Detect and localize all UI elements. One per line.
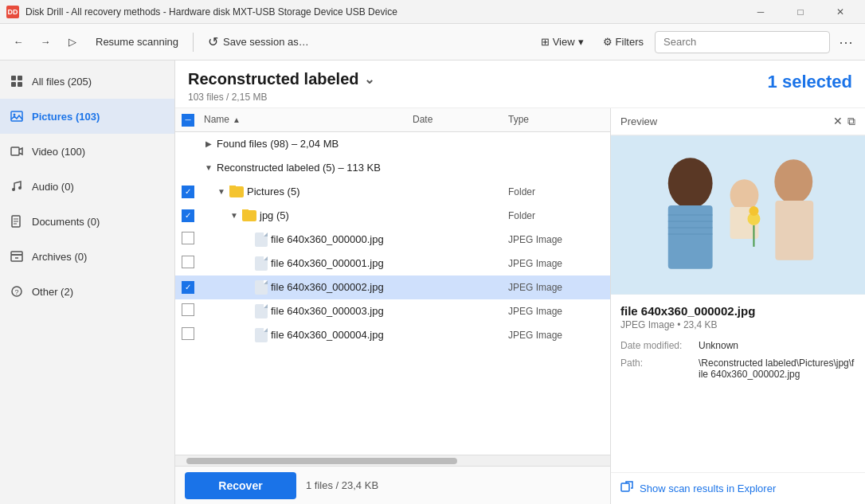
recover-button[interactable]: Recover [185,472,296,499]
row-label: file 640x360_000001.jpg [271,257,384,269]
row-toggle-down-icon[interactable]: ▼ [204,163,213,173]
table-row[interactable]: ▶ file 640x360_000004.jpg JPEG Image [175,323,610,347]
jpeg-file-icon [255,328,268,342]
row-type-col: JPEG Image [508,306,604,317]
jpeg-file-icon [255,256,268,271]
sidebar-item-all-files[interactable]: All files (205) [0,64,174,99]
svg-rect-0 [11,76,16,80]
main-area: All files (205) Pictures (103) Video (10… [0,61,865,504]
row-checkbox[interactable]: ✓ [182,186,194,198]
svg-rect-3 [18,82,22,87]
row-checkbox[interactable] [182,232,194,244]
doc-icon [10,214,24,229]
back-button[interactable]: ← [6,29,30,55]
file-table-header: ─ Name ▲ Date Type [175,108,610,132]
row-name-col: ▼ jpg (5) [229,209,413,221]
table-row[interactable]: ▶ file 640x360_000003.jpg JPEG Image [175,299,610,323]
table-row[interactable]: ▶ file 640x360_000000.jpg JPEG Image [175,228,610,252]
row-checkbox[interactable] [182,303,194,316]
row-checkbox[interactable] [182,327,194,340]
row-name-col: ▶ file 640x360_000000.jpg [242,232,413,247]
jpeg-file-icon [255,304,268,318]
expand-preview-icon[interactable]: ⧉ [847,115,855,128]
titlebar-controls: ─ □ ✕ [742,0,859,24]
row-toggle-down-icon[interactable]: ▼ [217,187,226,197]
row-name-col: ▶ file 640x360_000004.jpg [242,328,413,342]
row-label: file 640x360_000002.jpg [271,281,384,293]
sidebar-item-pictures[interactable]: Pictures (103) [0,99,174,134]
maximize-button[interactable]: □ [782,0,819,24]
more-button[interactable]: ⋯ [833,29,859,55]
table-row[interactable]: ✓ ▼ jpg (5) Folder [175,204,610,228]
row-checkbox[interactable]: ✓ [182,209,194,222]
preview-controls: ✕ ⧉ [833,115,855,128]
bottom-bar: Recover 1 files / 23,4 KB [175,466,610,504]
horizontal-scrollbar[interactable] [175,455,610,466]
jpeg-file-icon [255,280,268,295]
row-checkbox[interactable]: ✓ [182,281,194,294]
preview-header: Preview ✕ ⧉ [611,108,865,135]
minimize-button[interactable]: ─ [742,0,779,24]
row-check-col [182,232,204,247]
row-check-col [182,327,204,342]
sidebar-item-other[interactable]: ? Other (2) [0,274,174,309]
table-row[interactable]: ✓ ▶ file 640x360_000002.jpg JPEG Image [175,275,610,299]
row-type-col: JPEG Image [508,258,604,269]
sidebar: All files (205) Pictures (103) Video (10… [0,61,175,504]
svg-rect-2 [11,82,16,87]
sidebar-item-video[interactable]: Video (100) [0,134,174,169]
view-button[interactable]: ⊞ View ▾ [533,29,592,55]
header-date-col: Date [413,114,508,125]
header-type-col: Type [508,114,604,125]
play-button[interactable]: ▷ [61,29,84,55]
row-label: jpg (5) [260,209,289,221]
table-row[interactable]: ▶ file 640x360_000001.jpg JPEG Image [175,252,610,275]
save-icon: ↺ [208,34,218,49]
date-modified-value: Unknown [699,340,738,351]
row-type-col: Folder [508,210,604,221]
svg-point-8 [18,186,22,189]
select-all-checkbox[interactable]: ─ [182,114,194,127]
table-row[interactable]: ▼ Reconstructed labeled (5) – 113 KB [175,156,610,180]
path-value: \Reconstructed labeled\Pictures\jpg\file… [699,357,855,380]
titlebar-title: Disk Drill - All recovery methods - Hard… [25,6,736,18]
table-row[interactable]: ▶ Found files (98) – 2,04 MB [175,132,610,156]
archive-icon [10,249,24,264]
image-icon [10,109,24,123]
sidebar-item-archives[interactable]: Archives (0) [0,239,174,274]
path-label: Path: [620,357,692,380]
preview-filetype: JPEG Image • 23,4 KB [620,319,855,330]
row-checkbox[interactable] [182,256,194,268]
table-row[interactable]: ✓ ▼ Pictures (5) Folder [175,180,610,204]
svg-point-20 [668,158,713,209]
show-in-explorer-button[interactable]: Show scan results in Explorer [640,483,776,494]
date-modified-label: Date modified: [620,340,692,351]
close-preview-icon[interactable]: ✕ [833,115,843,128]
other-icon: ? [10,284,24,299]
row-toggle-right-icon[interactable]: ▶ [204,139,213,149]
row-type-col: JPEG Image [508,282,604,293]
row-check-col: ✓ [182,280,204,294]
search-input[interactable] [655,31,830,53]
row-toggle-down-icon[interactable]: ▼ [229,211,239,221]
filters-icon: ⚙ [603,36,613,48]
save-session-button[interactable]: ↺ Save session as… [200,29,317,55]
resume-scanning-button[interactable]: Resume scanning [88,29,186,55]
row-name-col: ▶ file 640x360_000001.jpg [242,256,413,271]
filters-button[interactable]: ⚙ Filters [595,29,652,55]
scrollbar-thumb[interactable] [186,458,457,464]
forward-button[interactable]: → [33,29,57,55]
title-chevron-icon[interactable]: ⌄ [364,72,374,87]
sort-icon[interactable]: ▲ [233,115,241,124]
sidebar-item-documents[interactable]: Documents (0) [0,204,174,239]
preview-info: file 640x360_000002.jpg JPEG Image • 23,… [611,295,865,472]
row-label: file 640x360_000004.jpg [271,329,384,341]
titlebar: DD Disk Drill - All recovery methods - H… [0,0,865,24]
row-name-col: ▶ file 640x360_000002.jpg [242,280,413,295]
sidebar-item-audio[interactable]: Audio (0) [0,169,174,204]
header-checkbox-col: ─ [182,113,204,127]
svg-rect-23 [775,201,813,260]
close-button[interactable]: ✕ [822,0,859,24]
file-body[interactable]: ▶ Found files (98) – 2,04 MB ▼ Reconstru… [175,132,610,455]
preview-footer: Show scan results in Explorer [611,472,865,504]
